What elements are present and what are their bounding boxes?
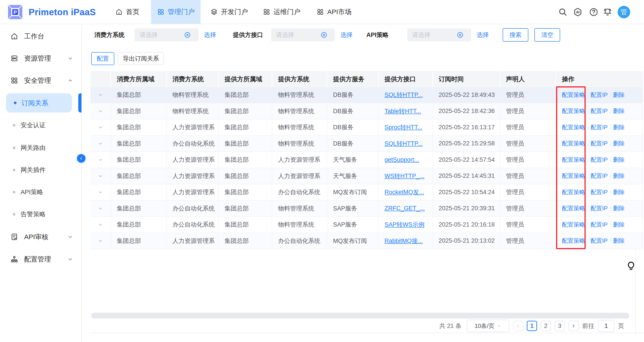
table-row[interactable]: 集团总部 办公自动化系统 集团总部 物料管理系统 SAP服务 SAP转WS示例 … xyxy=(90,217,642,233)
row-expand-toggle[interactable] xyxy=(90,233,111,249)
configure-policy-link[interactable]: 配置策略 xyxy=(562,107,585,115)
row-expand-toggle[interactable] xyxy=(90,87,111,103)
table-row[interactable]: 集团总部 人力资源管理系 集团总部 办公自动化系统 MQ发布订阅 RocketM… xyxy=(90,184,642,201)
configure-policy-link[interactable]: 配置策略 xyxy=(562,188,585,196)
clear-circle-icon[interactable] xyxy=(184,32,191,38)
table-row[interactable]: 集团总部 物料管理系统 集团总部 物料管理系统 DB服务 SQL转HTTP...… xyxy=(90,87,642,103)
sidebar-collapse-button[interactable] xyxy=(77,154,86,162)
table-row[interactable]: 集团总部 人力资源管理系 集团总部 物料管理系统 DB服务 Sproc转HTT.… xyxy=(90,120,642,136)
delete-link[interactable]: 删除 xyxy=(613,188,625,196)
delete-link[interactable]: 删除 xyxy=(613,204,625,212)
nav-item-api-market[interactable]: API市场 xyxy=(314,0,354,24)
configure-policy-link[interactable]: 配置策略 xyxy=(562,156,585,164)
row-expand-toggle[interactable] xyxy=(90,152,111,168)
next-page-button[interactable] xyxy=(568,321,579,331)
table-row[interactable]: 集团总部 办公自动化系统 集团总部 物料管理系统 SAP服务 ZRFC_GET_… xyxy=(90,201,642,217)
clear-circle-icon[interactable] xyxy=(457,32,464,38)
user-avatar[interactable]: 管 xyxy=(618,6,630,18)
notification-bell-icon[interactable] xyxy=(602,7,612,17)
page-button-3[interactable]: 3 xyxy=(554,321,565,331)
page-button-1[interactable]: 1 xyxy=(527,321,537,331)
lightbulb-hint-icon[interactable] xyxy=(626,261,636,271)
provider-api-link[interactable]: getSupport... xyxy=(384,156,419,163)
provider-api-link[interactable]: RocketMQ发... xyxy=(384,188,424,196)
sidebar-item-api-policy[interactable]: API策略 xyxy=(0,186,82,199)
configure-button[interactable]: 配置 xyxy=(91,52,114,65)
nav-item-dev-portal[interactable]: 开发门户 xyxy=(208,0,250,24)
configure-ip-link[interactable]: 配置IP xyxy=(590,156,608,164)
provider-api-link[interactable]: SQL转HTTP... xyxy=(384,140,423,148)
configure-policy-link[interactable]: 配置策略 xyxy=(562,204,585,212)
page-button-2[interactable]: 2 xyxy=(541,321,551,331)
configure-policy-link[interactable]: 配置策略 xyxy=(562,221,585,228)
delete-link[interactable]: 删除 xyxy=(613,221,625,228)
choose-api-policy-link[interactable]: 选择 xyxy=(477,28,489,42)
choose-provider-api-link[interactable]: 选择 xyxy=(340,28,352,42)
sidebar-item-gateway-route[interactable]: 网关路由 xyxy=(0,141,82,154)
row-expand-toggle[interactable] xyxy=(90,120,111,135)
sidebar-item-security-mgmt[interactable]: 安全管理 xyxy=(0,74,82,87)
configure-ip-link[interactable]: 配置IP xyxy=(590,237,608,245)
provider-api-link[interactable]: RabbitMQ接... xyxy=(384,237,423,245)
goto-page-input[interactable] xyxy=(598,320,614,332)
nav-item-admin-portal[interactable]: 管理门户 xyxy=(151,0,201,24)
delete-link[interactable]: 删除 xyxy=(613,124,625,131)
search-icon[interactable] xyxy=(558,7,568,17)
sidebar-item-resource-mgmt[interactable]: 资源管理 xyxy=(0,52,82,65)
provider-api-link[interactable]: SAP转WS示例 xyxy=(384,220,424,228)
configure-ip-link[interactable]: 配置IP xyxy=(590,107,608,115)
delete-link[interactable]: 删除 xyxy=(613,140,625,148)
table-row[interactable]: 集团总部 办公自动化系统 集团总部 物料管理系统 DB服务 SQL转HTTP..… xyxy=(90,136,642,152)
sidebar-item-api-audit[interactable]: API审核 xyxy=(0,230,82,244)
clear-circle-icon[interactable] xyxy=(320,32,327,38)
configure-policy-link[interactable]: 配置策略 xyxy=(562,124,585,131)
ai-assistant-icon[interactable]: AI xyxy=(573,7,583,17)
provider-api-link[interactable]: Table转HTT... xyxy=(384,107,421,115)
configure-ip-link[interactable]: 配置IP xyxy=(590,188,608,196)
nav-item-ops-portal[interactable]: 运维门户 xyxy=(260,0,303,24)
configure-ip-link[interactable]: 配置IP xyxy=(590,124,608,131)
table-row[interactable]: 集团总部 人力资源管理系 集团总部 人力资源管理系 天气服务 WS转HTTP_.… xyxy=(90,168,642,184)
row-expand-toggle[interactable] xyxy=(90,136,111,152)
page-size-select[interactable]: 10条/页 xyxy=(467,320,509,332)
configure-ip-link[interactable]: 配置IP xyxy=(590,204,608,212)
delete-link[interactable]: 删除 xyxy=(613,91,625,99)
sidebar-item-gateway-plugin[interactable]: 网关插件 xyxy=(0,163,82,177)
brand-logo[interactable]: P Primeton iPaaS xyxy=(6,3,96,22)
table-row[interactable]: 集团总部 人力资源管理系 集团总部 人力资源管理系 天气服务 getSuppor… xyxy=(90,152,642,168)
provider-api-link[interactable]: Sproc转HTT... xyxy=(384,123,422,131)
nav-item-home[interactable]: 首页 xyxy=(113,0,142,24)
configure-policy-link[interactable]: 配置策略 xyxy=(562,237,585,245)
configure-policy-link[interactable]: 配置策略 xyxy=(562,91,585,99)
configure-policy-link[interactable]: 配置策略 xyxy=(562,172,585,180)
sidebar-item-alert-policy[interactable]: 告警策略 xyxy=(0,208,82,221)
provider-api-link[interactable]: ZRFC_GET_... xyxy=(384,205,425,212)
help-icon[interactable] xyxy=(589,7,598,17)
table-row[interactable]: 集团总部 物料管理系统 集团总部 物料管理系统 DB服务 Table转HTT..… xyxy=(90,103,642,120)
sidebar-item-subscription-active[interactable]: 订阅关系 xyxy=(6,93,72,112)
delete-link[interactable]: 删除 xyxy=(613,107,625,115)
configure-ip-link[interactable]: 配置IP xyxy=(590,140,608,148)
horizontal-scrollbar[interactable] xyxy=(91,313,629,318)
provider-api-link[interactable]: WS转HTTP_... xyxy=(384,172,424,180)
delete-link[interactable]: 删除 xyxy=(613,237,625,245)
configure-ip-link[interactable]: 配置IP xyxy=(590,172,608,180)
row-expand-toggle[interactable] xyxy=(90,168,111,184)
export-subscriptions-button[interactable]: 导出订阅关系 xyxy=(118,52,164,65)
configure-ip-link[interactable]: 配置IP xyxy=(590,91,608,99)
row-expand-toggle[interactable] xyxy=(90,103,111,119)
prev-page-button[interactable] xyxy=(513,321,523,331)
clear-button[interactable]: 清空 xyxy=(534,28,560,42)
configure-ip-link[interactable]: 配置IP xyxy=(590,221,608,228)
sidebar-item-security-auth[interactable]: 安全认证 xyxy=(0,118,82,132)
choose-consumer-system-link[interactable]: 选择 xyxy=(204,28,216,42)
table-row[interactable]: 集团总部 人力资源管理系 集团总部 办公自动化系统 MQ发布订阅 RabbitM… xyxy=(90,233,642,250)
configure-policy-link[interactable]: 配置策略 xyxy=(562,140,585,148)
sidebar-item-config-mgmt[interactable]: 配置管理 xyxy=(0,252,82,266)
row-expand-toggle[interactable] xyxy=(90,201,111,216)
row-expand-toggle[interactable] xyxy=(90,184,111,200)
provider-api-link[interactable]: SQL转HTTP... xyxy=(384,91,423,99)
delete-link[interactable]: 删除 xyxy=(613,172,625,180)
sidebar-item-workbench[interactable]: 工作台 xyxy=(0,30,82,43)
row-expand-toggle[interactable] xyxy=(90,217,111,232)
